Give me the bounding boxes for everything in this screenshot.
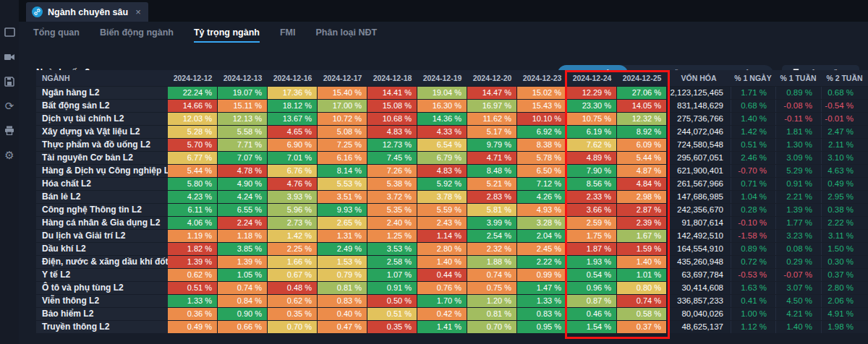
heatmap-cell[interactable]: 0.47 % <box>318 321 367 333</box>
heatmap-cell[interactable]: 1.70 % <box>417 295 467 307</box>
heatmap-cell[interactable]: 2.98 % <box>617 191 667 203</box>
heatmap-cell[interactable]: 0.75 % <box>467 282 517 294</box>
heatmap-cell[interactable]: 0.81 % <box>467 308 517 320</box>
heatmap-cell[interactable]: 0.58 % <box>617 308 667 320</box>
heatmap-cell[interactable]: 6.19 % <box>567 126 617 138</box>
heatmap-cell[interactable]: 3.51 % <box>318 191 367 203</box>
heatmap-cell[interactable]: 0.48 % <box>268 282 318 294</box>
heatmap-cell[interactable]: 12.73 % <box>367 139 417 151</box>
heatmap-cell[interactable]: 4.93 % <box>517 204 567 216</box>
col-header-von-hoa[interactable]: VỐN HÓA <box>667 70 731 86</box>
refresh-icon[interactable]: ⟳ <box>4 100 16 112</box>
heatmap-cell[interactable]: 0.87 % <box>567 295 617 307</box>
heatmap-cell[interactable]: 5.70 % <box>168 139 218 151</box>
heatmap-cell[interactable]: 4.65 % <box>268 126 318 138</box>
sector-name-cell[interactable]: Dịch vụ tài chính L2 <box>36 113 168 125</box>
heatmap-cell[interactable]: 1.33 % <box>168 295 218 307</box>
gear-icon[interactable]: ⚙ <box>4 149 16 161</box>
tab-phan-loai-ndt[interactable]: Phân loại NĐT <box>315 27 377 43</box>
heatmap-cell[interactable]: 4.87 % <box>617 165 667 177</box>
heatmap-cell[interactable]: 8.48 % <box>467 165 517 177</box>
heatmap-cell[interactable]: 0.42 % <box>417 308 467 320</box>
heatmap-cell[interactable]: 10.75 % <box>567 113 617 125</box>
heatmap-cell[interactable]: 4.23 % <box>168 191 218 203</box>
heatmap-cell[interactable]: 12.29 % <box>567 87 617 99</box>
col-header-2-tuan[interactable]: % 2 TUẦN <box>821 70 868 86</box>
heatmap-cell[interactable]: 16.97 % <box>467 100 517 112</box>
heatmap-cell[interactable]: 1.07 % <box>367 269 417 281</box>
heatmap-cell[interactable]: 14.66 % <box>168 100 218 112</box>
heatmap-cell[interactable]: 0.70 % <box>467 321 517 333</box>
heatmap-cell[interactable]: 10.72 % <box>318 113 367 125</box>
heatmap-cell[interactable]: 0.74 % <box>218 282 268 294</box>
heatmap-cell[interactable]: 17.36 % <box>268 87 318 99</box>
heatmap-cell[interactable]: 2.24 % <box>218 217 268 229</box>
col-header-date[interactable]: 2024-12-16 <box>268 70 318 86</box>
heatmap-cell[interactable]: 1.54 % <box>567 321 617 333</box>
heatmap-cell[interactable]: 4.78 % <box>218 165 268 177</box>
heatmap-cell[interactable]: 6.92 % <box>517 126 567 138</box>
heatmap-cell[interactable]: 13.67 % <box>268 113 318 125</box>
heatmap-cell[interactable]: 17.00 % <box>318 100 367 112</box>
heatmap-cell[interactable]: 5.35 % <box>367 204 417 216</box>
heatmap-cell[interactable]: 4.24 % <box>218 191 268 203</box>
heatmap-cell[interactable]: 23.30 % <box>567 100 617 112</box>
col-header-date[interactable]: 2024-12-24 <box>567 70 617 86</box>
heatmap-cell[interactable]: 1.19 % <box>168 230 218 242</box>
heatmap-cell[interactable]: 1.05 % <box>218 269 268 281</box>
heatmap-cell[interactable]: 3.53 % <box>367 243 417 255</box>
heatmap-cell[interactable]: 6.77 % <box>168 152 218 164</box>
heatmap-cell[interactable]: 5.08 % <box>318 126 367 138</box>
heatmap-cell[interactable]: 1.41 % <box>417 321 467 333</box>
heatmap-cell[interactable]: 5.59 % <box>417 204 467 216</box>
heatmap-cell[interactable]: 0.76 % <box>417 282 467 294</box>
tab-nganh-chuyen-sau[interactable]: Ngành chuyên sâu × <box>26 2 148 22</box>
heatmap-cell[interactable]: 2.43 % <box>417 217 467 229</box>
heatmap-cell[interactable]: 2.59 % <box>567 217 617 229</box>
heatmap-cell[interactable]: 15.43 % <box>517 100 567 112</box>
heatmap-cell[interactable]: 1.66 % <box>268 256 318 268</box>
sector-name-cell[interactable]: Điện, nước & xăng dầu khí đốt L2 <box>36 256 168 268</box>
heatmap-cell[interactable]: 1.20 % <box>467 295 517 307</box>
heatmap-cell[interactable]: 5.80 % <box>168 178 218 190</box>
heatmap-cell[interactable]: 3.78 % <box>417 191 467 203</box>
heatmap-cell[interactable]: 2.54 % <box>467 230 517 242</box>
heatmap-cell[interactable]: 15.08 % <box>367 100 417 112</box>
heatmap-cell[interactable]: 6.16 % <box>318 152 367 164</box>
col-header-date[interactable]: 2024-12-25 <box>617 70 667 86</box>
heatmap-cell[interactable]: 5.81 % <box>467 204 517 216</box>
heatmap-cell[interactable]: 14.47 % <box>467 87 517 99</box>
printer-icon[interactable] <box>4 124 16 137</box>
heatmap-cell[interactable]: 1.47 % <box>517 282 567 294</box>
heatmap-cell[interactable]: 5.92 % <box>417 178 467 190</box>
tab-bien-dong-nganh[interactable]: Biến động ngành <box>100 27 174 43</box>
heatmap-cell[interactable]: 6.54 % <box>417 139 467 151</box>
heatmap-cell[interactable]: 0.67 % <box>268 269 318 281</box>
heatmap-cell[interactable]: 0.90 % <box>218 308 268 320</box>
save-icon[interactable] <box>4 75 16 87</box>
heatmap-cell[interactable]: 6.09 % <box>617 139 667 151</box>
heatmap-cell[interactable]: 5.21 % <box>467 178 517 190</box>
sector-name-cell[interactable]: Bất động sản L2 <box>36 100 168 112</box>
heatmap-cell[interactable]: 2.40 % <box>367 217 417 229</box>
heatmap-cell[interactable]: 0.70 % <box>268 321 318 333</box>
heatmap-cell[interactable]: 27.06 % <box>617 87 667 99</box>
heatmap-cell[interactable]: 2.80 % <box>417 243 467 255</box>
heatmap-cell[interactable]: 0.35 % <box>268 308 318 320</box>
heatmap-cell[interactable]: 2.25 % <box>268 243 318 255</box>
heatmap-cell[interactable]: 7.26 % <box>367 165 417 177</box>
heatmap-cell[interactable]: 1.67 % <box>617 230 667 242</box>
heatmap-cell[interactable]: 1.40 % <box>417 256 467 268</box>
heatmap-cell[interactable]: 0.50 % <box>367 295 417 307</box>
heatmap-cell[interactable]: 1.87 % <box>567 243 617 255</box>
heatmap-cell[interactable]: 10.68 % <box>367 113 417 125</box>
heatmap-cell[interactable]: 0.74 % <box>617 295 667 307</box>
heatmap-cell[interactable]: 10.10 % <box>517 113 567 125</box>
tab-ty-trong-nganh[interactable]: Tỷ trọng ngành <box>194 27 260 43</box>
col-header-date[interactable]: 2024-12-23 <box>517 70 567 86</box>
heatmap-cell[interactable]: 0.36 % <box>168 308 218 320</box>
heatmap-cell[interactable]: 2.65 % <box>318 217 367 229</box>
heatmap-cell[interactable]: 7.12 % <box>517 178 567 190</box>
heatmap-cell[interactable]: 7.90 % <box>567 165 617 177</box>
heatmap-cell[interactable]: 16.30 % <box>417 100 467 112</box>
